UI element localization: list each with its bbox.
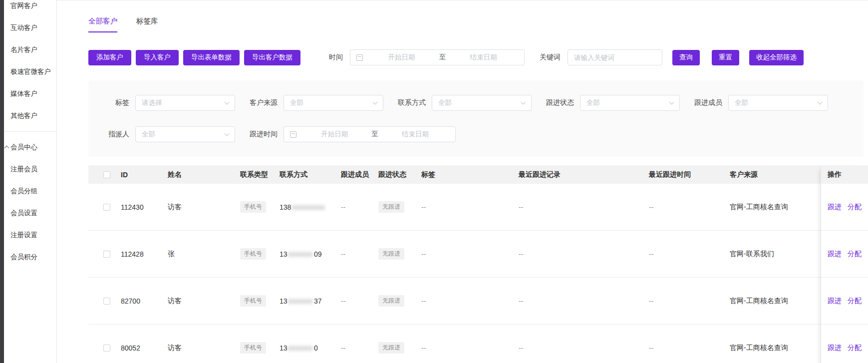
row-checkbox-cell — [88, 204, 121, 211]
follow-link[interactable]: 跟进 — [828, 344, 842, 353]
contact-method-value: 全部 — [438, 98, 452, 107]
row-checkbox[interactable] — [103, 204, 110, 211]
start-date-placeholder[interactable]: 开始日期 — [367, 53, 436, 62]
sidebar-item-label: 会员设置 — [10, 209, 37, 218]
export-form-data-button[interactable]: 导出表单数据 — [183, 50, 240, 65]
follow-link[interactable]: 跟进 — [828, 297, 842, 306]
assign-link[interactable]: 分配 — [848, 344, 862, 353]
sidebar-item-register-member[interactable]: 注册会员 — [4, 158, 56, 180]
sidebar-item-media-customers[interactable]: 媒体客户 — [4, 83, 56, 105]
row-checkbox-cell — [88, 298, 121, 305]
cell-contact-type: 手机号 — [240, 248, 280, 260]
time-range-picker[interactable]: 开始日期 至 结束日期 — [350, 49, 525, 65]
contact-method-select[interactable]: 全部 — [432, 95, 532, 111]
select-all-checkbox[interactable] — [103, 171, 110, 178]
sidebar-item-member-settings[interactable]: 会员设置 — [4, 202, 56, 224]
cell-contact-type: 手机号 — [240, 342, 280, 354]
follow-time-label: 跟进时间 — [250, 130, 278, 139]
row-checkbox[interactable] — [103, 251, 110, 258]
row-checkbox[interactable] — [103, 345, 110, 352]
table-header-row: ID 姓名 联系类型 联系方式 跟进成员 跟进状态 标签 最近跟进记录 最近跟进… — [88, 165, 868, 184]
assignee-value: 全部 — [142, 130, 155, 139]
sidebar-item-label: 会员积分 — [10, 253, 37, 262]
filter-follow-time: 跟进时间 开始日期 至 结束日期 — [250, 126, 456, 142]
cell-latest-time: -- — [649, 250, 730, 258]
assignee-select[interactable]: 全部 — [135, 126, 235, 142]
assign-link[interactable]: 分配 — [848, 297, 862, 306]
follow-time-range-picker[interactable]: 开始日期 至 结束日期 — [284, 126, 456, 142]
assign-link[interactable]: 分配 — [848, 250, 862, 259]
end-date-placeholder[interactable]: 结束日期 — [449, 53, 518, 62]
sidebar-item-business-card-customers[interactable]: 名片客户 — [4, 39, 56, 61]
row-checkbox[interactable] — [103, 298, 110, 305]
add-customer-button[interactable]: 添加客户 — [88, 50, 131, 65]
follow-status-select[interactable]: 全部 — [580, 95, 680, 111]
filter-customer-source: 客户来源 全部 — [250, 95, 383, 111]
assign-link[interactable]: 分配 — [848, 203, 862, 212]
cell-contact: 1388888837 — [280, 297, 341, 305]
query-button[interactable]: 查询 — [672, 50, 700, 65]
row-actions: 跟进 分配 — [821, 278, 868, 325]
follow-end-placeholder[interactable]: 结束日期 — [381, 130, 449, 139]
follow-link[interactable]: 跟进 — [828, 250, 842, 259]
row-actions: 跟进 分配 — [821, 231, 868, 278]
phone-prefix: 13 — [280, 250, 288, 258]
keyword-input[interactable] — [568, 49, 662, 65]
chevron-down-icon — [225, 131, 230, 136]
follow-member-select[interactable]: 全部 — [728, 95, 828, 111]
sidebar-item-member-points[interactable]: 会员积分 — [4, 246, 56, 268]
phone-prefix: 13 — [280, 297, 288, 305]
sidebar-item-label: 官网客户 — [10, 1, 37, 10]
sidebar-item-interactive-customers[interactable]: 互动客户 — [4, 17, 56, 39]
tab-all-customers[interactable]: 全部客户 — [88, 16, 117, 32]
status-badge: 无跟进 — [378, 295, 404, 307]
sidebar-item-register-settings[interactable]: 注册设置 — [4, 224, 56, 246]
sidebar-item-label: 注册会员 — [10, 165, 37, 174]
filter-follow-member: 跟进成员 全部 — [694, 95, 828, 111]
import-customer-button[interactable]: 导入客户 — [136, 50, 179, 65]
contact-type-chip: 手机号 — [240, 248, 266, 260]
header-latest-record: 最近跟进记录 — [519, 170, 649, 179]
header-follow-status: 跟进状态 — [378, 170, 421, 179]
tab-tag-library[interactable]: 标签库 — [136, 16, 158, 32]
sidebar-item-website-customers[interactable]: 官网客户 — [4, 0, 56, 17]
sidebar-item-member-groups[interactable]: 会员分组 — [4, 180, 56, 202]
follow-start-placeholder[interactable]: 开始日期 — [300, 130, 368, 139]
sidebar-section-member-center[interactable]: 会员中心 — [4, 136, 56, 158]
sidebar-item-other-customers[interactable]: 其他客户 — [4, 105, 56, 127]
collapse-filters-button[interactable]: 收起全部筛选 — [749, 50, 804, 65]
phone-masked: 88888888 — [292, 204, 325, 211]
cell-name: 张 — [168, 250, 240, 259]
sidebar-item-label: 其他客户 — [10, 111, 37, 120]
cell-contact: 138888880 — [280, 344, 341, 352]
customer-source-value: 全部 — [290, 98, 303, 107]
left-rail — [0, 0, 4, 363]
customer-source-label: 客户来源 — [250, 98, 278, 107]
main-content: 全部客户 标签库 添加客户 导入客户 导出表单数据 导出客户数据 时间 开始日期… — [57, 0, 868, 363]
status-badge: 无跟进 — [378, 342, 404, 354]
filter-assignee: 指派人 全部 — [98, 126, 235, 142]
status-badge: 无跟进 — [378, 201, 404, 213]
calendar-icon — [290, 131, 296, 138]
header-follow-member: 跟进成员 — [341, 170, 378, 179]
cell-name: 访客 — [168, 344, 240, 353]
cell-follow-member: -- — [341, 203, 378, 211]
follow-link[interactable]: 跟进 — [828, 203, 842, 212]
tag-select-value: 请选择 — [142, 98, 162, 107]
time-filter-label: 时间 — [329, 53, 343, 62]
sidebar-divider — [4, 131, 56, 132]
cell-follow-status: 无跟进 — [378, 201, 421, 213]
cell-contact-type: 手机号 — [240, 201, 280, 213]
export-customer-data-button[interactable]: 导出客户数据 — [244, 50, 300, 65]
phone-prefix: 138 — [280, 203, 291, 211]
contact-type-chip: 手机号 — [240, 295, 266, 307]
chevron-down-icon — [818, 99, 823, 104]
tag-select[interactable]: 请选择 — [135, 95, 235, 111]
cell-follow-member: -- — [341, 344, 378, 352]
sidebar-item-express-weapp-customers[interactable]: 极速官微客户 — [4, 61, 56, 83]
cell-name: 访客 — [168, 297, 240, 306]
assignee-label: 指派人 — [98, 130, 129, 139]
customer-source-select[interactable]: 全部 — [284, 95, 383, 111]
chevron-down-icon — [373, 99, 378, 104]
reset-button[interactable]: 重置 — [712, 50, 739, 65]
